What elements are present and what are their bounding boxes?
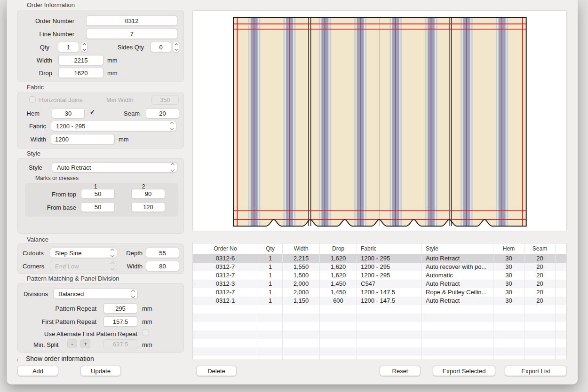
update-button[interactable]: Update [80,366,121,376]
cutouts-select[interactable]: Step Sine [50,248,117,258]
table-header-cell[interactable]: Hem [493,243,524,254]
export-list-button[interactable]: Export List [505,366,567,376]
sides-qty-stepper[interactable] [173,42,179,52]
line-number-input[interactable] [86,29,177,39]
popup-chevrons-icon [111,249,114,257]
style-label: Style [25,164,42,171]
order-drop-input[interactable] [58,68,103,78]
reset-button[interactable]: Reset [380,366,421,376]
cutouts-select-value: Step Sine [55,250,108,257]
order-width-input[interactable] [58,55,103,65]
divisions-select-value: Balanced [58,290,129,298]
order-width-label: Width [31,57,52,64]
pattern-repeat-label: Pattern Repeat [40,305,96,312]
export-selected-button[interactable]: Export Selected [433,366,495,376]
valance-section-label: Valance [27,236,48,243]
pattern-repeat-input[interactable] [103,303,137,314]
table-row[interactable]: 0312-312,0001,450C547Auto Retract3020 [193,280,566,288]
popup-chevrons-icon [111,262,114,270]
hem-input[interactable] [52,108,85,118]
corners-select: End Low [50,261,117,271]
style-section-label: Style [27,150,40,157]
table-empty-row[interactable] [193,347,566,356]
table-header-cell[interactable]: Qty [258,243,283,254]
fabric-section-label: Fabric [27,84,44,91]
style-select[interactable]: Auto Retract [52,162,177,172]
table-row[interactable]: 0312-111,1506001200 - 147.5Auto Retract3… [193,297,566,305]
order-number-input[interactable] [86,16,177,26]
hem-label: Hem [21,110,40,117]
table-header-cell[interactable]: Width [283,243,320,254]
use-alternate-checkbox[interactable] [143,329,149,336]
divisions-label: Divisions [24,290,48,298]
seam-input[interactable] [146,108,179,118]
table-empty-row[interactable] [193,330,566,339]
valance-width-input[interactable] [146,261,179,271]
horizontal-joins-checkbox[interactable] [29,96,36,103]
order-number-label: Order Number [25,17,74,24]
qty-input[interactable] [58,42,79,52]
table-header-cell[interactable]: Fabric [357,243,422,254]
first-pattern-repeat-input[interactable] [103,316,137,327]
order-information-section-label: Order Information [27,1,75,8]
fabric-width-input[interactable] [51,134,115,144]
table-body: 0312-612,2151,6201200 - 295Auto Retract3… [193,254,566,360]
hem-checkmark-icon[interactable]: ✓ [90,109,95,116]
from-base-label: From base [34,204,76,211]
table-row[interactable]: 0312-711,5001,6201200 - 295Automatic3020 [193,271,566,280]
stepper-down-icon [174,47,177,51]
order-width-unit: mm [107,57,118,64]
add-button[interactable]: Add [17,366,58,376]
from-base-1-input[interactable] [81,202,115,212]
table-row[interactable]: 0312-612,2151,6201200 - 295Auto Retract3… [193,254,566,263]
depth-label: Depth [121,250,143,257]
curtain-preview-drawing [193,11,566,231]
table-row[interactable]: 0312-712,0001,4501200 - 147.5Rope & Pull… [193,288,566,297]
delete-button[interactable]: Delete [196,366,237,376]
table-empty-row[interactable] [193,305,566,314]
show-order-information-link[interactable]: Show order information [26,355,94,362]
min-split-plus-button[interactable]: + [80,339,90,348]
table-row[interactable]: 0312-711,5501,6201200 - 295Auto recover … [193,263,566,271]
order-drop-label: Drop [31,70,52,77]
corners-label: Corners [23,263,44,270]
cutouts-label: Cutouts [23,250,44,257]
divisions-select[interactable]: Balanced [53,289,138,299]
horizontal-joins-label: Horizontal Joins [39,96,83,103]
stepper-down-icon [82,47,86,51]
from-base-2-input[interactable] [131,202,165,212]
sides-qty-input[interactable] [151,42,171,52]
table-header-cell[interactable]: Seam [524,243,556,254]
min-split-minus-button[interactable]: - [67,339,77,348]
table-empty-row[interactable] [193,339,566,347]
sides-qty-label: Sides Qty [111,44,144,51]
first-pattern-repeat-label: First Pattern Repeat [31,318,96,325]
pattern-repeat-unit: mm [142,305,152,312]
table-header-cell[interactable]: Style [422,243,493,254]
popup-chevrons-icon [171,164,174,171]
app-window: Order Information Order Number Line Numb… [7,0,578,384]
fabric-width-unit: mm [119,136,129,143]
line-number-label: Line Number [25,31,74,38]
pattern-section-label: Pattern Matching & Panel Division [27,275,119,282]
table-header-cell[interactable]: Order No [193,243,258,254]
min-width-input [151,95,179,105]
style-select-value: Auto Retract [57,164,168,171]
depth-input[interactable] [146,248,179,258]
order-lines-table: Order NoQtyWidthDropFabricStyleHemSeam 0… [192,243,567,360]
qty-label: Qty [33,44,49,51]
table-empty-row[interactable] [193,322,566,330]
first-pattern-repeat-unit: mm [142,318,152,325]
from-top-1-input[interactable] [81,189,115,199]
table-empty-row[interactable] [193,356,566,360]
order-drop-unit: mm [107,70,118,77]
table-header-cell[interactable]: Drop [320,243,357,254]
fabric-width-label: Width [25,136,46,143]
stepper-up-icon [174,43,177,47]
from-top-2-input[interactable] [131,189,165,199]
qty-stepper[interactable] [81,42,87,52]
from-top-label: From top [34,191,76,198]
fabric-select[interactable]: 1200 - 295 [51,121,176,131]
table-empty-row[interactable] [193,314,566,322]
chevron-left-icon[interactable]: ‹ [16,356,19,363]
